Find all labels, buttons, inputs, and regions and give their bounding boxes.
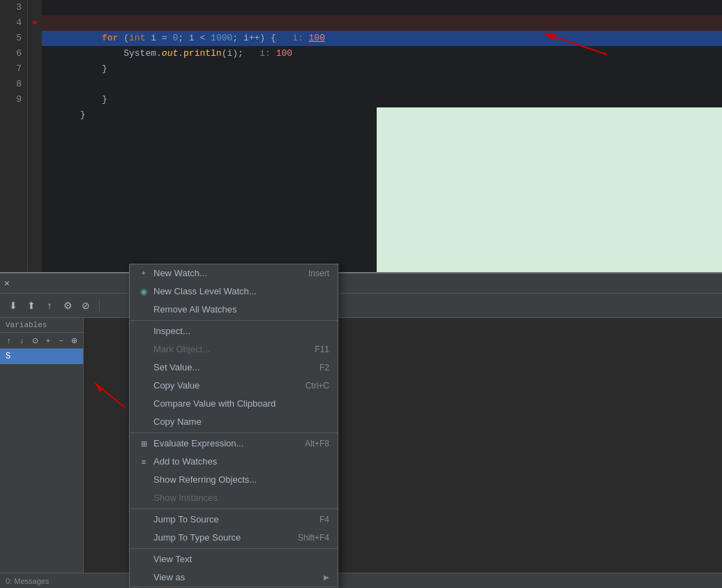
separator-3 — [130, 508, 338, 509]
menu-item-copy-name[interactable]: Copy Name — [130, 413, 338, 431]
separator-4 — [130, 548, 338, 549]
empty-icon2 — [138, 326, 149, 337]
status-messages: 0: Messages — [0, 577, 49, 585]
menu-item-show-instances: Show Instances — [130, 489, 338, 507]
submenu-arrow-icon: ▶ — [324, 568, 329, 587]
plus-icon: + — [138, 268, 149, 279]
menu-item-show-referring[interactable]: Show Referring Objects... — [130, 471, 338, 489]
var-minus-btn[interactable]: − — [55, 334, 67, 347]
menu-item-remove-watches[interactable]: Remove All Watches — [130, 301, 338, 319]
close-panel-btn[interactable]: ✕ — [4, 278, 10, 289]
code-line-4: for (int i = 0; i < 1000; i++) { i: 100 — [42, 15, 722, 31]
separator-2 — [130, 432, 338, 433]
menu-item-mark-object: Mark Object... F11 — [130, 340, 338, 359]
context-menu: + New Watch... Insert ◉ New Class Level … — [129, 264, 338, 587]
var-add-btn[interactable]: + — [42, 334, 54, 347]
var-filter-btn[interactable]: ⊙ — [29, 334, 41, 347]
menu-item-new-class-watch[interactable]: ◉ New Class Level Watch... — [130, 282, 338, 301]
var-down-btn[interactable]: ↓ — [16, 334, 28, 347]
empty-icon13 — [138, 572, 149, 583]
code-line-8: } — [42, 77, 722, 92]
empty-icon8 — [138, 474, 149, 485]
evaluate-icon: ⊞ — [138, 438, 149, 449]
empty-icon7 — [138, 416, 149, 428]
var-copy-btn[interactable]: ⊕ — [68, 334, 80, 347]
class-watch-icon: ◉ — [138, 286, 149, 297]
code-lines: for (int i = 0; i < 1000; i++) { i: 100 … — [42, 0, 722, 293]
menu-item-compare-clipboard[interactable]: Compare Value with Clipboard — [130, 395, 338, 413]
empty-icon — [138, 304, 149, 315]
variables-area: Variables ↑ ↓ ⊙ + − ⊕ S — [0, 318, 722, 588]
empty-icon9 — [138, 492, 149, 504]
code-editor: 3 4 5 6 7 8 9 ● for (int i = 0; i < 1000… — [0, 0, 722, 293]
empty-icon4 — [138, 362, 149, 373]
gutter: ● — [28, 0, 42, 293]
debug-toolbar: ⬇ ⬆ ↑ ⚙ ⊘ — [0, 294, 722, 318]
upload-btn[interactable]: ⬆ — [24, 298, 39, 313]
menu-item-view-text[interactable]: View Text — [130, 550, 338, 568]
empty-icon12 — [138, 554, 149, 565]
line-numbers: 3 4 5 6 7 8 9 — [0, 0, 28, 293]
bottom-panel: ⬇ ⬆ ↑ ⚙ ⊘ Variables ↑ ↓ ⊙ + − ⊕ S — [0, 293, 722, 588]
menu-item-view-as[interactable]: View as ▶ — [130, 568, 338, 587]
filter-btn[interactable]: ⊘ — [78, 298, 93, 313]
empty-icon5 — [138, 380, 149, 391]
menu-item-copy-value[interactable]: Copy Value Ctrl+C — [130, 377, 338, 395]
variables-inner-toolbar: ↑ ↓ ⊙ + − ⊕ — [0, 333, 83, 349]
menu-item-new-watch[interactable]: + New Watch... Insert — [130, 264, 338, 282]
var-up-btn[interactable]: ↑ — [3, 334, 15, 347]
variables-sidebar: Variables ↑ ↓ ⊙ + − ⊕ S — [0, 318, 84, 588]
panel-divider: ✕ — [0, 272, 722, 293]
status-bar: 0: Messages — [0, 573, 722, 588]
variables-label: Variables — [0, 318, 83, 333]
separator-1 — [130, 320, 338, 321]
empty-icon6 — [138, 398, 149, 409]
empty-icon3 — [138, 344, 149, 355]
code-line-9: } — [42, 92, 722, 107]
code-line-7 — [42, 61, 722, 77]
variable-item-i[interactable]: S — [0, 349, 83, 364]
menu-item-jump-source[interactable]: Jump To Source F4 — [130, 511, 338, 529]
up-btn[interactable]: ↑ — [42, 298, 57, 313]
menu-item-evaluate-expr[interactable]: ⊞ Evaluate Expression... Alt+F8 — [130, 435, 338, 453]
menu-item-add-watches[interactable]: ≡ Add to Watches — [130, 453, 338, 471]
menu-item-inspect[interactable]: Inspect... — [130, 322, 338, 340]
menu-item-jump-type-source[interactable]: Jump To Type Source Shift+F4 — [130, 529, 338, 547]
code-line-3 — [42, 0, 722, 15]
add-watches-icon: ≡ — [138, 456, 149, 467]
empty-icon11 — [138, 532, 149, 543]
settings-btn[interactable]: ⚙ — [60, 298, 75, 313]
download-btn[interactable]: ⬇ — [6, 298, 21, 313]
menu-item-set-value[interactable]: Set Value... F2 — [130, 359, 338, 377]
empty-icon10 — [138, 514, 149, 525]
